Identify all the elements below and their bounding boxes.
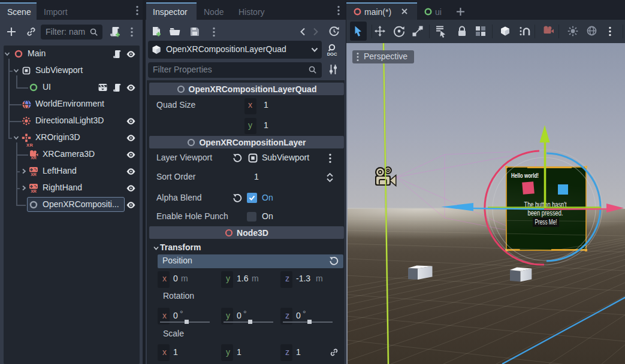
svg-text:XR: XR [31, 172, 37, 177]
svg-text:Hello world!: Hello world! [511, 172, 539, 179]
svg-text:XR: XR [31, 189, 37, 193]
svg-text:Press Me!: Press Me! [535, 218, 557, 226]
svg-text:XR: XR [31, 156, 37, 160]
svg-text:DOC: DOC [327, 51, 337, 57]
svg-text:been pressed.: been pressed. [528, 209, 563, 217]
